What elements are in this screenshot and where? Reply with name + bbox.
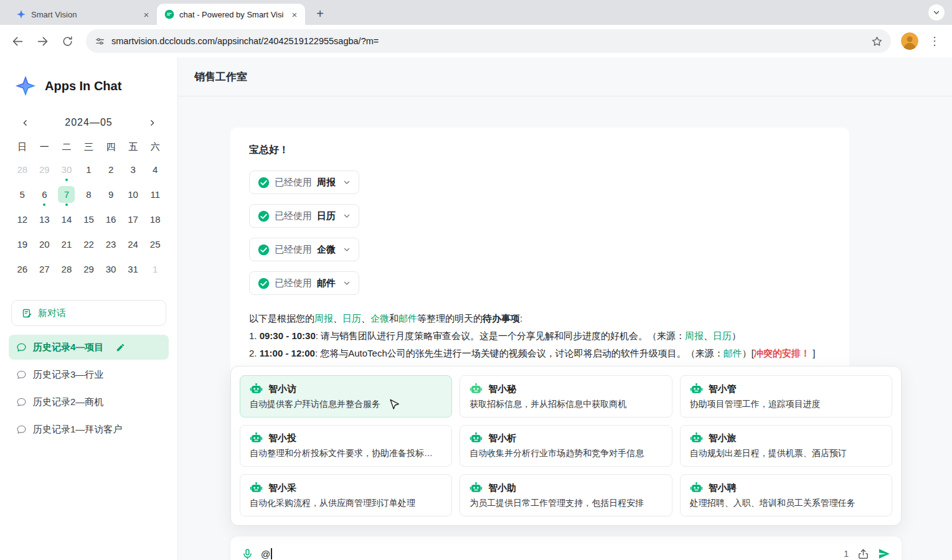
calendar-day[interactable]: 21 [55, 231, 78, 256]
calendar-next-icon[interactable] [145, 115, 160, 130]
used-tool-pill[interactable]: 已经使用企微 [249, 238, 359, 261]
calendar-day[interactable]: 28 [55, 256, 78, 281]
close-tab-icon[interactable]: × [289, 9, 300, 20]
bookmark-star-icon[interactable] [867, 32, 886, 50]
history-item[interactable]: 历史记录3—行业 [9, 362, 169, 387]
calendar-day[interactable]: 1 [144, 256, 166, 281]
source-link[interactable]: 日历 [342, 313, 361, 324]
agent-name-row: 智小访 [250, 383, 442, 396]
pill-tool-name: 周报 [317, 177, 336, 189]
tab-smart-vision[interactable]: Smart Vision × [9, 4, 157, 25]
calendar-day[interactable]: 11 [144, 182, 166, 207]
tab-search-button[interactable] [928, 4, 945, 21]
composer-value: @ [261, 549, 270, 559]
calendar-day[interactable]: 5 [11, 182, 34, 207]
new-tab-button[interactable]: + [311, 5, 329, 22]
calendar-day[interactable]: 30 [55, 157, 78, 182]
calendar-day[interactable]: 31 [122, 256, 144, 281]
calendar-day[interactable]: 26 [11, 256, 34, 281]
calendar-day-number: 27 [36, 261, 53, 278]
calendar-day[interactable]: 14 [55, 207, 78, 231]
calendar-day[interactable]: 13 [34, 207, 56, 231]
chat-bubble-icon [16, 397, 27, 408]
calendar-day[interactable]: 23 [100, 231, 122, 256]
source-link[interactable]: 邮件 [398, 313, 417, 324]
calendar-day[interactable]: 29 [34, 157, 56, 182]
calendar-day[interactable]: 9 [100, 182, 122, 207]
calendar-day[interactable]: 18 [144, 207, 166, 231]
message-input[interactable]: @ 1 [230, 536, 902, 560]
check-circle-icon [258, 210, 270, 222]
agent-card[interactable]: 智小秘获取招标信息，并从招标信息中获取商机 [460, 375, 672, 418]
browser-menu-button[interactable]: ⋮ [923, 30, 946, 52]
calendar-weekday: 五 [122, 137, 144, 157]
check-circle-icon [258, 278, 270, 289]
calendar-day-number: 10 [125, 186, 141, 203]
history-item[interactable]: 历史记录1—拜访客户 [9, 417, 169, 442]
forward-button[interactable] [31, 30, 54, 52]
close-tab-icon[interactable]: × [141, 9, 152, 20]
calendar-day[interactable]: 1 [78, 157, 100, 182]
calendar-day[interactable]: 22 [78, 231, 100, 256]
calendar-day[interactable]: 17 [122, 207, 144, 231]
used-tool-pill[interactable]: 已经使用周报 [249, 170, 359, 194]
agent-card[interactable]: 智小析自动收集并分析行业市场趋势和竞争对手信息 [460, 425, 672, 467]
calendar-day[interactable]: 25 [144, 231, 166, 256]
agent-card[interactable]: 智小采自动化采购流程，从供应商管理到订单处理 [240, 474, 452, 516]
profile-avatar[interactable] [898, 30, 921, 52]
new-chat-button[interactable]: 新对话 [11, 300, 166, 326]
agent-card[interactable]: 智小管协助项目管理工作，追踪项目进度 [680, 375, 892, 418]
calendar-day[interactable]: 2 [100, 157, 122, 182]
used-tool-pill[interactable]: 已经使用日历 [249, 204, 359, 228]
pill-tool-name: 日历 [317, 210, 336, 222]
source-link[interactable]: 邮件 [723, 348, 742, 358]
calendar-day[interactable]: 27 [34, 256, 56, 281]
reload-button[interactable] [56, 30, 78, 52]
calendar-day[interactable]: 30 [100, 256, 122, 281]
calendar-day[interactable]: 29 [78, 256, 100, 281]
calendar-day[interactable]: 16 [100, 207, 122, 231]
agent-card[interactable]: 智小聘处理招聘、入职、培训和员工关系管理任务 [680, 474, 892, 516]
source-link[interactable]: 企微 [370, 313, 389, 324]
site-info-icon[interactable] [95, 36, 105, 47]
history-list: 历史记录4—项目历史记录3—行业历史记录2—商机历史记录1—拜访客户 [0, 335, 177, 442]
calendar-day[interactable]: 15 [78, 207, 100, 231]
export-icon[interactable] [857, 548, 869, 560]
agent-description: 处理招聘、入职、培训和员工关系管理任务 [690, 498, 882, 509]
source-link[interactable]: 周报 [314, 313, 333, 324]
calendar-day[interactable]: 3 [122, 157, 144, 182]
calendar-day-number: 19 [14, 236, 31, 253]
calendar-day[interactable]: 8 [78, 182, 100, 207]
calendar-day-number: 1 [147, 261, 164, 278]
edit-icon[interactable] [116, 343, 125, 352]
text-segment: 、 [333, 313, 342, 324]
agent-card[interactable]: 智小助为员工提供日常工作管理支持，包括日程安排 [460, 474, 672, 516]
agent-card[interactable]: 智小旅自动规划出差日程，提供机票、酒店预订 [680, 425, 892, 467]
history-item[interactable]: 历史记录2—商机 [9, 390, 169, 414]
agent-name: 智小管 [709, 383, 737, 395]
calendar-day[interactable]: 19 [11, 231, 34, 256]
send-icon[interactable] [878, 548, 890, 560]
used-tool-pill[interactable]: 已经使用邮件 [249, 271, 359, 295]
calendar-day[interactable]: 24 [122, 231, 144, 256]
back-button[interactable] [6, 30, 29, 52]
microphone-icon[interactable] [242, 548, 253, 560]
calendar-day[interactable]: 20 [34, 231, 56, 256]
calendar-day[interactable]: 10 [122, 182, 144, 207]
calendar-day[interactable]: 28 [11, 157, 34, 182]
agent-card[interactable]: 智小访自动提供客户拜访信息并整合服务 [240, 375, 452, 418]
history-item[interactable]: 历史记录4—项目 [9, 335, 169, 360]
calendar-day[interactable]: 6 [34, 182, 56, 207]
agent-mention-panel: 智小访自动提供客户拜访信息并整合服务智小秘获取招标信息，并从招标信息中获取商机智… [230, 366, 902, 526]
address-bar[interactable]: smartvision.dcclouds.com/appsinchat/2404… [86, 29, 891, 53]
calendar-day[interactable]: 12 [11, 207, 34, 231]
source-link[interactable]: 日历 [713, 330, 732, 341]
app-logo-row: Apps In Chat [0, 57, 177, 98]
calendar-day[interactable]: 4 [144, 157, 166, 182]
calendar-prev-icon[interactable] [17, 115, 32, 130]
calendar-day-number: 22 [80, 236, 97, 253]
tab-chat[interactable]: chat - Powered by Smart Visi × [157, 4, 305, 25]
calendar-day[interactable]: 7 [55, 182, 78, 207]
source-link[interactable]: 周报 [685, 330, 704, 341]
agent-card[interactable]: 智小投自动整理和分析投标文件要求，协助准备投标… [240, 425, 452, 467]
